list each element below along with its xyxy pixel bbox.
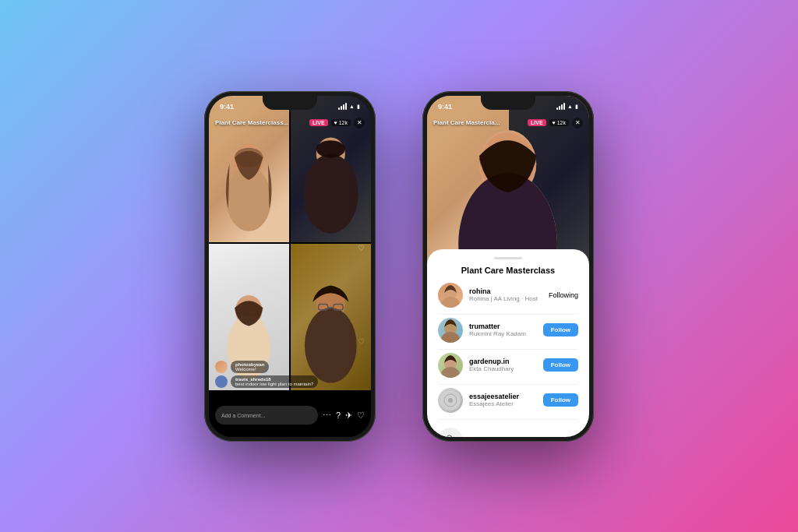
battery-icon: ▮ bbox=[357, 104, 360, 110]
bottom-bar-left: Add a Comment... ⋯ ? ✈ ♡ bbox=[209, 394, 371, 437]
host-desc-trumatter: Rukmini Ray Kadam bbox=[469, 330, 537, 337]
person-1 bbox=[217, 118, 281, 242]
bottom-sheet: Plant Care Masterclass rohina Rohina | A… bbox=[427, 249, 589, 437]
avatar-face-essajees bbox=[438, 388, 463, 413]
comment-text-2: best indoor low light plan to maintain? bbox=[235, 382, 313, 386]
phone-right: 9:41 ▲ ▮ Plant Care Mastercla... LIVE ♥ … bbox=[422, 91, 594, 442]
username-trumatter: trumatter bbox=[469, 322, 537, 330]
comment-row-1: photosbyean Welcome! bbox=[215, 361, 365, 373]
follow-button-essajees[interactable]: Follow bbox=[543, 393, 578, 407]
username-gardenup: gardenup.in bbox=[469, 358, 537, 365]
host-info-gardenup: gardenup.in Ekta Chaudhary bbox=[469, 358, 537, 372]
host-info-essajees: essajeesatelier Essajees Atelier bbox=[469, 393, 537, 407]
viewer-count: ♥ 12k bbox=[331, 119, 351, 126]
host-desc-essajees: Essajees Atelier bbox=[469, 400, 537, 407]
comment-text-1: Welcome! bbox=[235, 367, 264, 372]
host-row-gardenup: gardenup.in Ekta Chaudhary Follow bbox=[438, 353, 578, 378]
commenter-avatar-1 bbox=[215, 361, 228, 373]
live-badge: LIVE bbox=[309, 119, 328, 126]
notch-right bbox=[481, 96, 535, 110]
avatar-essajees bbox=[438, 388, 463, 413]
send-icon[interactable]: ✈ bbox=[345, 410, 352, 421]
comment-input[interactable]: Add a Comment... bbox=[215, 406, 318, 425]
stream-title-left: Plant Care Masterclass... bbox=[215, 119, 288, 126]
follow-button-trumatter[interactable]: Follow bbox=[543, 323, 578, 336]
following-label: Following bbox=[549, 291, 578, 299]
divider-3 bbox=[438, 384, 578, 385]
follow-button-gardenup[interactable]: Follow bbox=[543, 358, 578, 372]
avatar-gardenup bbox=[438, 353, 463, 378]
live-badge-right: LIVE bbox=[528, 119, 546, 126]
question-icon[interactable]: ? bbox=[336, 410, 341, 420]
battery-icon-right: ▮ bbox=[575, 104, 578, 110]
live-badges-right: LIVE ♥ 12k ✕ bbox=[528, 118, 583, 129]
svg-point-22 bbox=[441, 367, 460, 378]
svg-point-26 bbox=[447, 435, 452, 437]
svg-point-4 bbox=[303, 154, 358, 234]
svg-point-5 bbox=[316, 140, 345, 157]
svg-point-25 bbox=[448, 398, 453, 403]
divider-2 bbox=[438, 349, 578, 350]
avatar-trumatter bbox=[438, 318, 463, 343]
host-row-essajees: essajeesatelier Essajees Atelier Follow bbox=[438, 388, 578, 413]
more-icon[interactable]: ⋯ bbox=[323, 410, 331, 421]
time-right: 9:41 bbox=[438, 103, 452, 111]
live-header-left: Plant Care Masterclass... LIVE ♥ 12k ✕ bbox=[209, 115, 371, 132]
sheet-handle bbox=[494, 257, 522, 259]
signal-icon bbox=[338, 104, 347, 110]
avatar-face-trumatter bbox=[438, 318, 463, 343]
signal-icon-right bbox=[556, 104, 565, 110]
live-badges: LIVE ♥ 12k ✕ bbox=[309, 118, 365, 129]
time-left: 9:41 bbox=[220, 103, 234, 111]
host-row-trumatter: trumatter Rukmini Ray Kadam Follow bbox=[438, 318, 578, 343]
bottom-icons: ⋯ ? ✈ ♡ bbox=[323, 410, 365, 421]
request-row[interactable]: Request to Join bbox=[438, 423, 578, 437]
viewer-count-right: ♥ 12k bbox=[549, 119, 569, 126]
video-grid: ♡ ♡ bbox=[209, 96, 371, 390]
host-info-rohina: rohina Rohina | AA Living · Host bbox=[469, 287, 542, 302]
notch bbox=[263, 96, 317, 110]
phone-left: 9:41 ▲ ▮ Plant Care Masterclass... LIVE … bbox=[204, 91, 376, 442]
wifi-icon: ▲ bbox=[349, 104, 355, 109]
svg-point-20 bbox=[441, 332, 460, 343]
request-label: Request to Join bbox=[469, 436, 518, 437]
host-row-rohina: rohina Rohina | AA Living · Host Followi… bbox=[438, 283, 578, 308]
like-icon[interactable]: ♡ bbox=[357, 410, 365, 421]
comments-overlay: photosbyean Welcome! travis_shreds18 bes… bbox=[215, 361, 365, 390]
commenter-name-1: photosbyean bbox=[235, 362, 264, 367]
status-icons-left: ▲ ▮ bbox=[338, 104, 360, 110]
host-info-trumatter: trumatter Rukmini Ray Kadam bbox=[469, 322, 537, 337]
person-add-icon bbox=[443, 433, 457, 437]
avatar-rohina bbox=[438, 283, 463, 308]
svg-point-18 bbox=[441, 297, 460, 308]
wifi-icon-right: ▲ bbox=[567, 104, 573, 109]
username-rohina: rohina bbox=[469, 287, 542, 295]
close-button-right[interactable]: ✕ bbox=[572, 118, 583, 129]
username-essajees: essajeesatelier bbox=[469, 393, 537, 400]
commenter-avatar-2 bbox=[215, 375, 228, 388]
comment-bubble-1: photosbyean Welcome! bbox=[231, 361, 269, 373]
status-icons-right: ▲ ▮ bbox=[556, 104, 578, 110]
divider-4 bbox=[438, 419, 578, 420]
comment-bubble-2: travis_shreds18 best indoor low light pl… bbox=[231, 375, 318, 388]
live-header-right: Plant Care Mastercla... LIVE ♥ 12k ✕ bbox=[427, 115, 589, 132]
request-icon bbox=[438, 428, 463, 437]
avatar-face-gardenup bbox=[438, 353, 463, 378]
host-desc-gardenup: Ekta Chaudhary bbox=[469, 365, 537, 372]
heart-icon-2: ♡ bbox=[358, 244, 365, 252]
avatar-face-rohina bbox=[438, 283, 463, 308]
comment-row-2: travis_shreds18 best indoor low light pl… bbox=[215, 375, 365, 388]
host-desc-rohina: Rohina | AA Living · Host bbox=[469, 295, 542, 302]
stream-title-right: Plant Care Mastercla... bbox=[433, 119, 500, 126]
sheet-title: Plant Care Masterclass bbox=[438, 266, 578, 275]
heart-icon-1: ♡ bbox=[358, 337, 365, 346]
close-button-left[interactable]: ✕ bbox=[354, 118, 365, 129]
comment-placeholder: Add a Comment... bbox=[221, 413, 265, 418]
divider-1 bbox=[438, 314, 578, 315]
